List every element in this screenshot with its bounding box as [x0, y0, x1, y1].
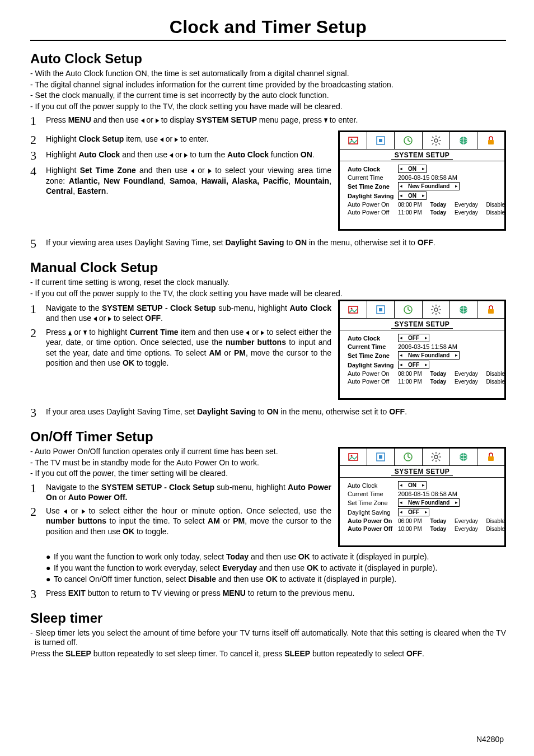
step-number: 3	[30, 588, 46, 600]
osd-label-auto-power-on: Auto Power On	[348, 517, 398, 524]
osd-label-daylight-saving: Daylight Saving	[348, 509, 398, 516]
osd-icon-bar	[340, 132, 504, 150]
svg-rect-39	[488, 309, 494, 314]
globe-icon	[450, 301, 477, 318]
svg-line-33	[438, 312, 440, 314]
osd-label-set-time-zone: Set Time Zone	[348, 352, 398, 359]
osd-label-daylight-saving: Daylight Saving	[348, 193, 398, 199]
auto-clock-heading: Auto Clock Setup	[30, 51, 506, 67]
timer-lead-2: - The TV must be in standby mode for the…	[30, 458, 331, 468]
osd-value-current-time: 2006-08-15 08:58 AM	[398, 491, 499, 497]
osd-value-current-time: 2006-08-15 08:58 AM	[398, 174, 499, 181]
audio-icon	[367, 449, 395, 465]
setup-icon	[423, 449, 450, 465]
setup-icon	[423, 132, 450, 149]
svg-point-7	[434, 139, 438, 142]
bullet-icon: ●	[46, 552, 54, 562]
step-number: 1	[30, 482, 46, 494]
osd-label-set-time-zone: Set Time Zone	[348, 183, 398, 190]
audio-icon	[367, 132, 395, 149]
svg-rect-23	[379, 308, 382, 311]
sleep-heading: Sleep timer	[30, 610, 506, 626]
lock-icon	[477, 132, 504, 149]
svg-line-46	[408, 457, 410, 458]
svg-line-26	[408, 310, 410, 311]
osd-label-set-time-zone: Set Time Zone	[348, 500, 398, 506]
svg-line-14	[432, 143, 434, 145]
setup-icon	[423, 301, 450, 318]
step-number: 1	[30, 115, 46, 127]
osd-panel-1: SYSTEM SETUP Auto Clock◂ON▸ Current Time…	[338, 130, 506, 231]
svg-rect-19	[488, 140, 494, 144]
osd-title: SYSTEM SETUP	[340, 150, 504, 161]
svg-point-47	[434, 455, 438, 459]
step-number: 4	[30, 165, 46, 178]
auto-clock-step2: Highlight Clock Setup item, use ◂ or ▸ t…	[46, 134, 331, 144]
svg-line-34	[432, 312, 434, 314]
osd-label-auto-power-off: Auto Power Off	[348, 209, 398, 216]
osd-label-auto-power-on: Auto Power On	[348, 370, 398, 377]
osd-label-current-time: Current Time	[348, 343, 398, 350]
svg-line-6	[408, 141, 410, 142]
auto-clock-lead-1: - With the Auto Clock function ON, the t…	[30, 69, 506, 79]
audio-icon	[367, 301, 395, 318]
picture-icon	[340, 449, 367, 465]
manual-clock-step2: Press ▴ or ▾ to highlight Current Time i…	[46, 327, 331, 368]
svg-point-27	[434, 308, 438, 311]
manual-clock-step1: Navigate to the SYSTEM SETUP - Clock Set…	[46, 303, 331, 324]
osd-panel-3: SYSTEM SETUP Auto Clock◂ON▸ Current Time…	[338, 447, 506, 547]
svg-rect-59	[488, 456, 494, 461]
timer-step1: Navigate to the SYSTEM SETUP - Clock Set…	[46, 482, 331, 502]
globe-icon	[450, 449, 477, 465]
title-rule	[30, 40, 506, 41]
timer-bullet-1: If you want the function to work only to…	[54, 552, 429, 562]
osd-icon-bar	[340, 301, 504, 319]
svg-line-54	[432, 460, 434, 461]
osd-label-auto-clock: Auto Clock	[348, 166, 398, 172]
osd-label-current-time: Current Time	[348, 174, 398, 181]
osd-value-current-time: 2006-03-15 11:58 AM	[398, 343, 499, 350]
timer-bullet-3: To cancel On/Off timer function, select …	[54, 574, 396, 584]
timer-step2: Use ◂ or ▸ to select either the hour or …	[46, 506, 331, 536]
auto-clock-step3: Highlight Auto Clock and then use ◂ or ▸…	[46, 150, 331, 160]
svg-line-52	[432, 453, 434, 455]
clock-icon	[395, 301, 422, 318]
auto-clock-lead-2: - The digital channel signal includes in…	[30, 80, 506, 90]
osd-title: SYSTEM SETUP	[340, 466, 504, 478]
picture-icon	[340, 301, 367, 318]
osd-title: SYSTEM SETUP	[340, 319, 504, 330]
timer-bullet-2: If you want the function to work everyda…	[54, 563, 437, 573]
svg-line-32	[432, 306, 434, 307]
lock-icon	[477, 449, 504, 465]
timer-lead-1: - Auto Power On/Off function operates on…	[30, 447, 331, 457]
clock-icon	[395, 132, 422, 149]
bullet-icon: ●	[46, 563, 54, 573]
osd-label-auto-power-off: Auto Power Off	[348, 378, 398, 385]
step-number: 3	[30, 407, 46, 419]
timer-lead-3: - If you cut off the power, the timer se…	[30, 469, 331, 479]
sleep-lead-1: - Sleep timer lets you select the amount…	[35, 628, 506, 648]
svg-rect-43	[379, 455, 382, 459]
svg-line-13	[438, 143, 440, 145]
manual-clock-step3: If your area uses Daylight Saving Time, …	[46, 407, 506, 417]
picture-icon	[340, 132, 367, 149]
sleep-line: Press the SLEEP button repeatedly to set…	[30, 649, 506, 659]
bullet-icon: ●	[46, 574, 54, 584]
osd-label-daylight-saving: Daylight Saving	[348, 362, 398, 368]
auto-clock-lead-3: - Set the clock manually, if the current…	[30, 91, 506, 101]
auto-clock-step5: If your viewing area uses Daylight Savin…	[46, 237, 506, 248]
osd-label-current-time: Current Time	[348, 491, 398, 497]
manual-clock-heading: Manual Clock Setup	[30, 260, 506, 276]
step-number: 3	[30, 150, 46, 162]
svg-line-12	[432, 137, 434, 138]
osd-label-auto-power-on: Auto Power On	[348, 201, 398, 208]
step-number: 1	[30, 303, 46, 315]
step-number: 2	[30, 327, 46, 339]
globe-icon	[450, 132, 477, 149]
osd-icon-bar	[340, 449, 504, 466]
svg-line-55	[438, 453, 440, 455]
timer-heading: On/Off Timer Setup	[30, 429, 506, 445]
step-number: 5	[30, 237, 46, 250]
osd-label-auto-power-off: Auto Power Off	[348, 525, 398, 532]
osd-label-auto-clock: Auto Clock	[348, 335, 398, 342]
